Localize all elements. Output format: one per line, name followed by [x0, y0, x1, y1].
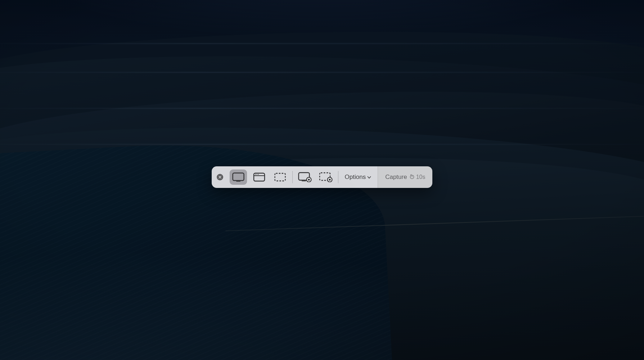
capture-entire-screen-button[interactable]	[230, 170, 247, 185]
screenshot-toolbar: Options Capture 10s	[212, 166, 433, 188]
screen-icon	[232, 172, 244, 182]
close-button[interactable]	[217, 174, 223, 180]
chevron-down-icon	[367, 174, 371, 181]
record-selection-button[interactable]	[317, 170, 334, 185]
capture-timer: 10s	[409, 174, 425, 181]
capture-label: Capture	[385, 174, 407, 181]
svg-point-14	[329, 179, 330, 180]
options-label: Options	[345, 174, 366, 181]
svg-point-11	[308, 179, 310, 180]
record-entire-screen-button[interactable]	[296, 170, 314, 185]
capture-selection-button[interactable]	[271, 170, 289, 185]
svg-rect-7	[275, 174, 285, 181]
svg-rect-1	[236, 181, 240, 182]
close-icon	[218, 174, 222, 180]
svg-rect-0	[233, 173, 244, 181]
timer-label: 10s	[416, 174, 425, 180]
svg-rect-9	[302, 181, 306, 181]
options-button[interactable]: Options	[342, 170, 374, 185]
svg-point-4	[255, 174, 256, 175]
record-screen-icon	[298, 172, 312, 182]
selection-icon	[274, 172, 286, 182]
capture-window-button[interactable]	[251, 170, 268, 185]
record-selection-icon	[319, 172, 333, 182]
svg-point-5	[256, 174, 257, 175]
svg-point-6	[258, 174, 258, 175]
window-icon	[253, 172, 265, 182]
capture-button[interactable]: Capture 10s	[378, 166, 432, 188]
timer-icon	[409, 174, 415, 181]
